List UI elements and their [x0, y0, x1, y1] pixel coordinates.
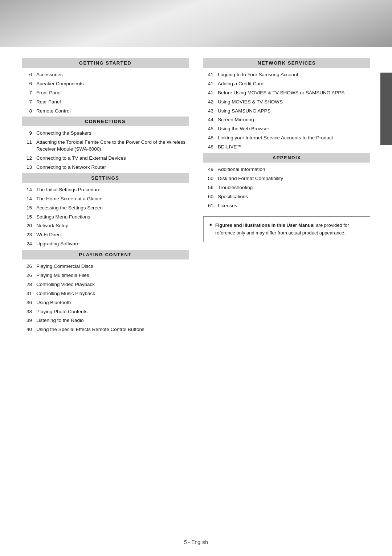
page-number: 5 - English [184, 539, 208, 545]
toc-page-num: 8 [23, 108, 32, 115]
toc-item: 24Upgrading Software [22, 241, 189, 248]
toc-page-num: 6 [23, 81, 32, 87]
toc-item: 48Linking your Internet Service Accounts… [203, 135, 370, 142]
toc-item-label: Playing Multimedia Files [36, 272, 189, 279]
toc-item-label: Listening to the Radio [36, 317, 189, 324]
toc-item: 61Licenses [203, 203, 370, 209]
toc-item: 13Connecting to a Network Router [22, 164, 189, 171]
toc-item-label: Adding a Credit Card [218, 81, 370, 87]
toc-item: 15Accessing the Settings Screen [22, 205, 189, 212]
section-header-appendix: APPENDIX [203, 153, 370, 163]
toc-page-num: 20 [23, 222, 32, 229]
toc-item: 7Rear Panel [22, 99, 189, 106]
toc-item-label: Using the Special Effects Remote Control… [36, 326, 189, 333]
toc-page-num: 6 [23, 71, 32, 78]
toc-page-num: 26 [23, 272, 32, 279]
toc-item-label: Licenses [218, 203, 370, 209]
toc-page-num: 31 [23, 290, 32, 297]
section-header-settings: SETTINGS [22, 173, 189, 183]
section-getting-started: GETTING STARTED6Accessories6Speaker Comp… [22, 58, 189, 114]
toc-page-num: 40 [23, 326, 32, 333]
toc-item-label: Front Panel [36, 90, 189, 97]
toc-item: 56Troubleshooting [203, 184, 370, 191]
toc-page-num: 24 [23, 241, 32, 248]
toc-page-num: 28 [23, 281, 32, 288]
toc-page-num: 42 [205, 99, 213, 106]
section-connections: CONNECTIONS9Connecting the Speakers11Att… [22, 116, 189, 171]
toc-page-num: 14 [23, 187, 32, 193]
toc-page-num: 41 [205, 81, 213, 87]
note-box: ■Figures and illustrations in this User … [203, 216, 370, 242]
toc-item-label: Specifications [218, 193, 370, 200]
toc-item-label: Remote Control [36, 108, 189, 115]
side-tab [380, 73, 392, 145]
toc-item-label: Speaker Components [36, 81, 189, 87]
toc-item: 12Connecting to a TV and External Device… [22, 155, 189, 162]
toc-item: 11Attaching the Toroidal Ferrite Core to… [22, 139, 189, 153]
section-header-network-services: NETWORK SERVICES [203, 58, 370, 68]
toc-page-num: 41 [205, 90, 213, 97]
toc-item-label: Using Bluetooth [36, 299, 189, 306]
toc-page-num: 15 [23, 214, 32, 221]
toc-item-label: Attaching the Toroidal Ferrite Core to t… [36, 139, 189, 153]
main-content: GETTING STARTED6Accessories6Speaker Comp… [0, 47, 392, 357]
toc-item-label: Logging In to Your Samsung Account [218, 71, 370, 78]
toc-item-label: Connecting to a Network Router [36, 164, 189, 171]
toc-item: 39Listening to the Radio [22, 317, 189, 324]
section-header-getting-started: GETTING STARTED [22, 58, 189, 68]
toc-item-label: Connecting the Speakers [36, 130, 189, 137]
toc-page-num: 15 [23, 205, 32, 212]
toc-item: 49Additional Information [203, 166, 370, 173]
toc-page-num: 49 [205, 166, 213, 173]
toc-item-label: Accessories [36, 71, 189, 78]
toc-item-label: Additional Information [218, 166, 370, 173]
toc-page-num: 36 [23, 299, 32, 306]
toc-page-num: 7 [23, 99, 32, 106]
toc-item-label: Controlling Music Playback [36, 290, 189, 297]
toc-item-label: Network Setup [36, 222, 189, 229]
toc-page-num: 23 [23, 232, 32, 238]
section-appendix: APPENDIX49Additional Information50Disk a… [203, 153, 370, 209]
toc-page-num: 41 [205, 71, 213, 78]
toc-item-label: The Initial Settings Procedure [36, 187, 189, 193]
toc-page-num: 60 [205, 193, 213, 200]
toc-item-label: The Home Screen at a Glance [36, 196, 189, 203]
right-column: NETWORK SERVICES41Logging In to Your Sam… [203, 58, 370, 335]
toc-item-label: BD-LIVE™ [218, 144, 370, 151]
note-row: ■Figures and illustrations in this User … [209, 222, 364, 236]
toc-page-num: 12 [23, 155, 32, 162]
toc-item: 8Remote Control [22, 108, 189, 115]
header-background [0, 0, 392, 47]
page-footer: 5 - English [0, 539, 392, 545]
section-settings: SETTINGS14The Initial Settings Procedure… [22, 173, 189, 248]
toc-item-label: Linking your Internet Service Accounts t… [218, 135, 370, 142]
toc-item: 60Specifications [203, 193, 370, 200]
section-playing-content: PLAYING CONTENT26Playing Commercial Disc… [22, 250, 189, 333]
section-header-playing-content: PLAYING CONTENT [22, 250, 189, 259]
toc-item: 31Controlling Music Playback [22, 290, 189, 297]
toc-item: 23Wi-Fi Direct [22, 232, 189, 238]
toc-item: 42Using MOVIES & TV SHOWS [203, 99, 370, 106]
toc-item-label: Playing Commercial Discs [36, 263, 189, 270]
toc-item-label: Upgrading Software [36, 241, 189, 248]
toc-item-label: Using the Web Browser [218, 126, 370, 132]
toc-item: 20Network Setup [22, 222, 189, 229]
toc-page-num: 14 [23, 196, 32, 203]
note-bullet: ■ [209, 222, 212, 226]
toc-item: 14The Initial Settings Procedure [22, 187, 189, 193]
toc-page-num: 44 [205, 116, 213, 123]
toc-page-num: 56 [205, 184, 213, 191]
toc-item: 9Connecting the Speakers [22, 130, 189, 137]
toc-item-label: Playing Photo Contents [36, 308, 189, 315]
toc-item-label: Disk and Format Compatibility [218, 175, 370, 182]
toc-item: 7Front Panel [22, 90, 189, 97]
toc-item: 41Before Using MOVIES & TV SHOWS or SAMS… [203, 90, 370, 97]
toc-page-num: 7 [23, 90, 32, 97]
toc-item-label: Wi-Fi Direct [36, 232, 189, 238]
toc-item: 26Playing Commercial Discs [22, 263, 189, 270]
toc-page-num: 48 [205, 144, 213, 151]
toc-item: 44Screen Mirroring [203, 116, 370, 123]
left-column: GETTING STARTED6Accessories6Speaker Comp… [22, 58, 189, 335]
note-text: Figures and illustrations in this User M… [215, 222, 364, 236]
section-network-services: NETWORK SERVICES41Logging In to Your Sam… [203, 58, 370, 151]
